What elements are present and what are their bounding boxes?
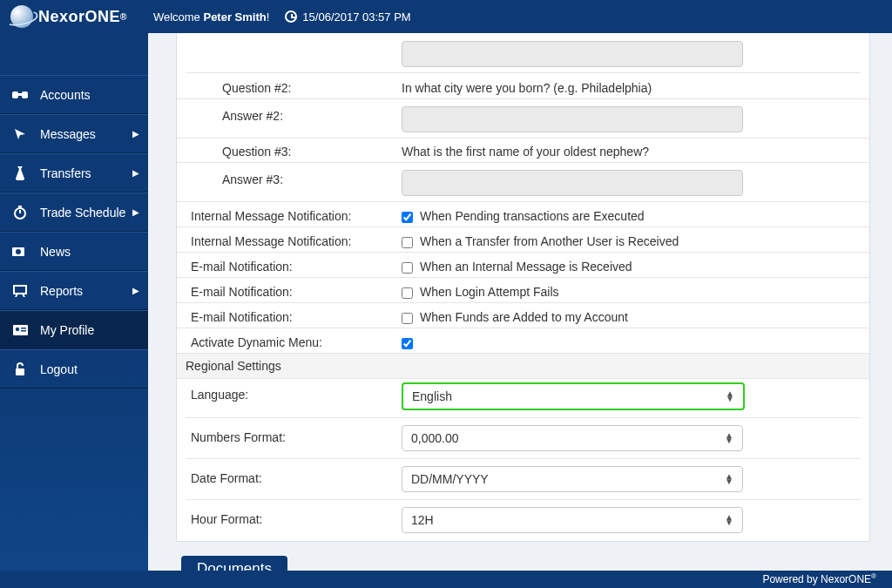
- tab-documents[interactable]: Documents: [181, 556, 287, 571]
- stopwatch-icon: [10, 205, 30, 220]
- answer-1-input[interactable]: [402, 41, 743, 67]
- imn-1-label: Internal Message Notification:: [186, 206, 402, 223]
- sidebar-item-accounts[interactable]: Accounts: [0, 75, 148, 114]
- sidebar-item-logout[interactable]: Logout: [0, 349, 148, 389]
- binoculars-icon: [10, 87, 30, 103]
- transfer-received-checkbox[interactable]: [402, 237, 413, 248]
- svg-rect-4: [18, 206, 22, 207]
- clock-icon: [285, 10, 297, 23]
- footer: Powered by NexorONE®: [0, 571, 892, 588]
- main-content: Question #2: In what city were you born?…: [148, 33, 892, 571]
- updown-arrows-icon: ▲▼: [726, 391, 734, 402]
- globe-icon: [10, 5, 33, 28]
- imn-2-label: Internal Message Notification:: [186, 232, 402, 248]
- cursor-icon: [10, 126, 30, 142]
- email-1-text: When an Internal Message is Received: [420, 260, 632, 274]
- welcome-text: Welcome Peter Smith!: [153, 10, 269, 24]
- language-dropdown[interactable]: English ▲▼: [402, 382, 745, 410]
- sidebar-item-transfers[interactable]: Transfers ▶: [0, 153, 148, 193]
- question-3-value: What is the first name of your oldest ne…: [402, 142, 861, 159]
- svg-point-7: [16, 249, 21, 254]
- sidebar-label: Transfers: [40, 166, 91, 180]
- svg-rect-0: [12, 91, 18, 98]
- email-login-fail-checkbox[interactable]: [402, 287, 413, 299]
- question-2-label: Question #2:: [186, 78, 402, 95]
- date-format-dropdown[interactable]: DD/MM/YYYY ▲▼: [402, 466, 743, 492]
- hour-format-label: Hour Format:: [186, 507, 402, 526]
- numbers-format-value: 0,000.00: [411, 431, 459, 445]
- question-3-label: Question #3:: [186, 142, 402, 159]
- sidebar-label: Trade Schedule: [40, 206, 125, 220]
- timestamp-text: 15/06/2017 03:57 PM: [302, 10, 410, 24]
- camera-icon: [10, 244, 30, 260]
- presentation-icon: [10, 283, 30, 299]
- email-3-label: E-mail Notification:: [186, 308, 402, 324]
- header-timestamp: 15/06/2017 03:57 PM: [285, 10, 410, 24]
- svg-rect-15: [16, 368, 24, 375]
- sidebar-label: Logout: [40, 362, 78, 376]
- answer-3-label: Answer #3:: [186, 167, 402, 186]
- answer-3-input[interactable]: [402, 170, 743, 196]
- svg-rect-1: [22, 91, 28, 98]
- sidebar-label: News: [40, 245, 71, 259]
- brand-trademark: ®: [120, 12, 127, 22]
- svg-rect-14: [21, 330, 26, 332]
- hour-format-dropdown[interactable]: 12H ▲▼: [402, 507, 743, 533]
- email-1-label: E-mail Notification:: [186, 257, 402, 274]
- svg-rect-8: [14, 286, 26, 294]
- sidebar-item-trade-schedule[interactable]: Trade Schedule ▶: [0, 193, 148, 232]
- welcome-prefix: Welcome: [153, 10, 204, 24]
- chevron-right-icon: ▶: [132, 286, 139, 295]
- email-3-text: When Funds are Added to my Account: [420, 310, 628, 324]
- updown-arrows-icon: ▲▼: [725, 474, 733, 484]
- sidebar: Accounts Messages ▶ Transfers ▶ Trade Sc…: [0, 33, 148, 571]
- chevron-right-icon: ▶: [132, 129, 139, 139]
- welcome-suffix: !: [267, 10, 270, 24]
- language-label: Language:: [186, 382, 402, 402]
- imn-2-text: When a Transfer from Another User is Rec…: [420, 234, 679, 248]
- svg-rect-2: [17, 93, 23, 96]
- sidebar-item-my-profile[interactable]: My Profile: [0, 310, 148, 349]
- svg-rect-13: [21, 328, 26, 329]
- brand-logo[interactable]: NexorONE ®: [10, 5, 127, 28]
- dynamic-menu-label: Activate Dynamic Menu:: [186, 333, 402, 349]
- profile-form-panel: Question #2: In what city were you born?…: [176, 33, 870, 542]
- updown-arrows-icon: ▲▼: [725, 433, 733, 443]
- chevron-right-icon: ▶: [132, 207, 139, 217]
- sidebar-label: My Profile: [40, 323, 94, 337]
- dynamic-menu-checkbox[interactable]: [402, 338, 413, 349]
- pending-executed-checkbox[interactable]: [402, 212, 413, 223]
- email-message-received-checkbox[interactable]: [402, 262, 413, 274]
- date-format-value: DD/MM/YYYY: [411, 472, 489, 486]
- regional-settings-heading: Regional Settings: [177, 354, 869, 379]
- sidebar-item-messages[interactable]: Messages ▶: [0, 114, 148, 153]
- email-2-text: When Login Attempt Fails: [420, 285, 559, 299]
- sidebar-item-reports[interactable]: Reports ▶: [0, 271, 148, 310]
- email-funds-added-checkbox[interactable]: [402, 313, 413, 324]
- profile-card-icon: [10, 322, 30, 338]
- sidebar-item-news[interactable]: News: [0, 232, 148, 271]
- language-value: English: [412, 389, 452, 403]
- answer-2-input[interactable]: [402, 106, 743, 132]
- hour-format-value: 12H: [411, 513, 434, 527]
- imn-1-text: When Pending transactions are Executed: [420, 209, 645, 223]
- sidebar-label: Accounts: [40, 88, 91, 102]
- numbers-format-label: Numbers Format:: [186, 425, 402, 444]
- numbers-format-dropdown[interactable]: 0,000.00 ▲▼: [402, 425, 743, 451]
- money-bag-icon: [10, 166, 30, 181]
- svg-point-12: [15, 327, 18, 330]
- email-2-label: E-mail Notification:: [186, 282, 402, 299]
- date-format-label: Date Format:: [186, 466, 402, 485]
- user-name: Peter Smith: [203, 10, 266, 24]
- brand-name: NexorONE: [38, 8, 120, 26]
- sidebar-label: Reports: [40, 284, 83, 298]
- footer-trademark: ®: [871, 572, 876, 580]
- updown-arrows-icon: ▲▼: [725, 515, 733, 525]
- answer-2-label: Answer #2:: [186, 104, 402, 123]
- chevron-right-icon: ▶: [132, 168, 139, 178]
- sidebar-label: Messages: [40, 127, 96, 141]
- lock-open-icon: [10, 362, 30, 377]
- question-2-value: In what city were you born? (e.g. Philad…: [402, 78, 861, 95]
- field-label: [186, 38, 402, 41]
- footer-text: Powered by NexorONE: [762, 573, 871, 585]
